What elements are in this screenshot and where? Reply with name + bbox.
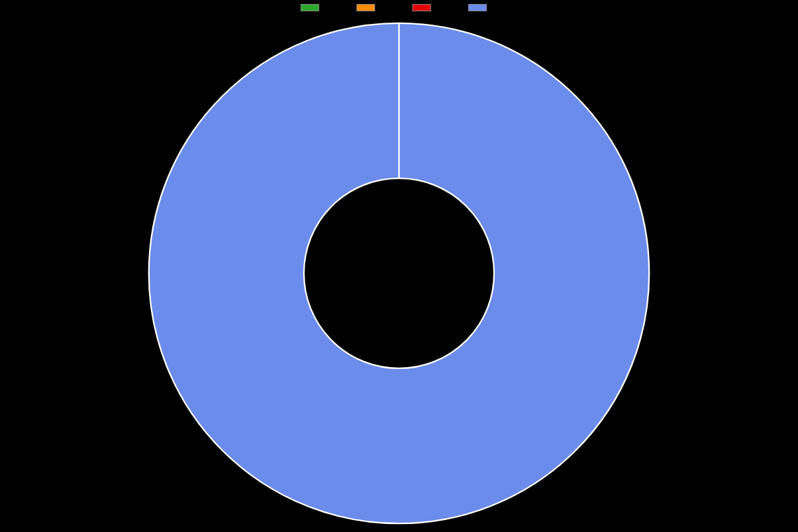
legend-swatch-0 [301,4,319,11]
legend-swatch-1 [356,4,375,11]
donut-svg [146,21,652,526]
donut-chart [0,15,798,532]
legend-item-1 [356,4,386,11]
legend [301,4,497,11]
legend-swatch-3 [468,4,487,11]
legend-swatch-2 [412,4,431,11]
legend-item-3 [468,4,497,11]
legend-item-2 [412,4,442,11]
legend-item-0 [301,4,330,11]
